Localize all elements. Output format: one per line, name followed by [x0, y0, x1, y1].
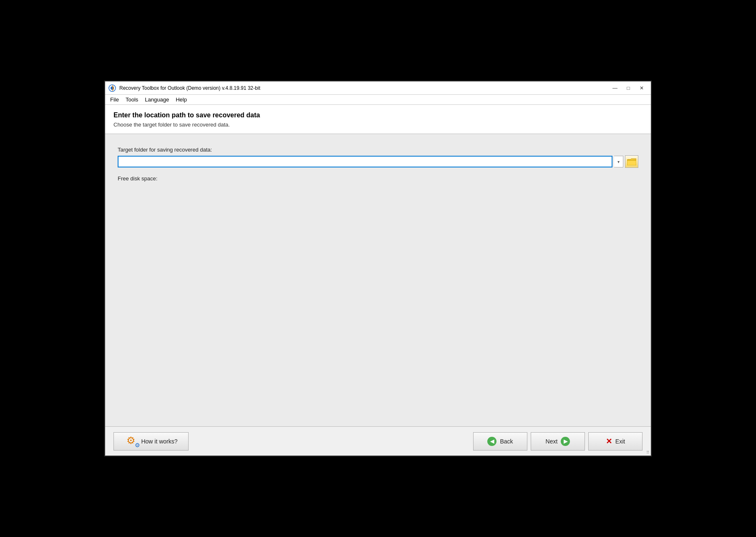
- exit-button[interactable]: ✕ Exit: [588, 432, 643, 451]
- menu-language[interactable]: Language: [141, 96, 172, 104]
- next-button[interactable]: Next ▶: [531, 432, 585, 451]
- footer-left: ⚙ ⚙ How it works?: [113, 432, 189, 451]
- next-icon: ▶: [561, 437, 570, 446]
- back-label: Back: [500, 438, 513, 445]
- browse-folder-button[interactable]: [625, 155, 638, 168]
- window-title: Recovery Toolbox for Outlook (Demo versi…: [119, 85, 260, 91]
- disk-space-label: Free disk space:: [118, 175, 638, 182]
- gear-large-icon: ⚙: [126, 435, 136, 446]
- app-icon: [108, 84, 116, 92]
- svg-rect-3: [627, 160, 636, 165]
- resize-handle: ⠿: [646, 450, 649, 455]
- dropdown-button[interactable]: ▾: [614, 156, 623, 167]
- menu-help[interactable]: Help: [172, 96, 190, 104]
- title-bar-left: Recovery Toolbox for Outlook (Demo versi…: [108, 84, 260, 92]
- title-bar-controls: — □ ✕: [609, 84, 648, 93]
- maximize-button[interactable]: □: [622, 84, 634, 93]
- page-title: Enter the location path to save recovere…: [113, 111, 643, 119]
- how-it-works-button[interactable]: ⚙ ⚙ How it works?: [113, 432, 189, 451]
- minimize-button[interactable]: —: [609, 84, 621, 93]
- how-it-works-label: How it works?: [141, 438, 177, 445]
- back-button[interactable]: ◀ Back: [473, 432, 527, 451]
- footer-bar: ⚙ ⚙ How it works? ◀ Back Next ▶ ✕ Exit: [105, 426, 651, 456]
- menu-file[interactable]: File: [107, 96, 122, 104]
- next-label: Next: [546, 438, 558, 445]
- menu-tools[interactable]: Tools: [122, 96, 141, 104]
- menu-bar: File Tools Language Help: [105, 95, 651, 105]
- exit-label: Exit: [615, 438, 625, 445]
- footer-right: ◀ Back Next ▶ ✕ Exit: [473, 432, 643, 451]
- gear-small-icon: ⚙: [135, 442, 140, 448]
- back-icon: ◀: [487, 437, 496, 446]
- main-window: Recovery Toolbox for Outlook (Demo versi…: [104, 81, 652, 456]
- folder-label: Target folder for saving recovered data:: [118, 147, 638, 153]
- header-section: Enter the location path to save recovere…: [105, 105, 651, 134]
- page-subtitle: Choose the target folder to save recover…: [113, 122, 643, 128]
- folder-path-input[interactable]: [118, 156, 612, 167]
- exit-icon: ✕: [606, 437, 612, 446]
- folder-icon: [627, 158, 636, 165]
- gear-icons-container: ⚙ ⚙: [124, 436, 138, 447]
- close-button[interactable]: ✕: [636, 84, 648, 93]
- main-content: Target folder for saving recovered data:…: [105, 134, 651, 426]
- title-bar: Recovery Toolbox for Outlook (Demo versi…: [105, 81, 651, 95]
- folder-input-row: ▾: [118, 155, 638, 168]
